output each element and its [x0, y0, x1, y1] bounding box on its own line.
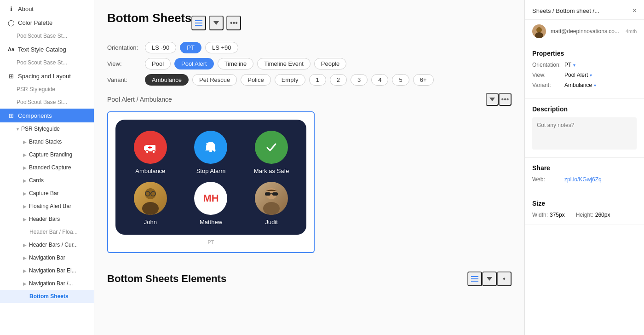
sidebar-label-components: Components — [18, 112, 52, 119]
frame-more-button[interactable]: ••• — [499, 93, 512, 106]
orientation-prop-row: Orientation: PT ▾ — [532, 62, 637, 68]
sidebar-item-bottom-sheets[interactable]: Bottom Sheets — [0, 290, 94, 303]
judit-label: Judit — [265, 219, 277, 225]
sidebar-item-branded-capture[interactable]: ▶ Branded Capture — [0, 161, 94, 174]
svg-rect-1 — [195, 23, 202, 23]
sidebar-label-poolscout: PoolScout Base St... — [17, 99, 67, 105]
chip-4[interactable]: 4 — [371, 74, 388, 86]
sidebar-item-about[interactable]: ℹ About — [0, 2, 94, 16]
sidebar-item-color-palette-child[interactable]: PoolScout Base St... — [0, 29, 94, 42]
chip-timeline-event[interactable]: Timeline Event — [257, 58, 310, 69]
share-section: Share Web: zpl.io/KGwj6Zq — [525, 158, 644, 193]
svg-rect-2 — [195, 25, 202, 26]
components-icon: ⊞ — [7, 112, 15, 119]
chip-pool-alert[interactable]: Pool Alert — [174, 58, 214, 69]
sidebar-item-text-style[interactable]: Aa Text Style Catalog — [0, 42, 94, 56]
svg-rect-22 — [471, 278, 478, 279]
height-item: Height: 260px — [576, 212, 610, 218]
description-textarea[interactable] — [532, 117, 637, 150]
sidebar-item-nav-bar-el[interactable]: ▶ Navigation Bar El... — [0, 264, 94, 277]
chip-2[interactable]: 2 — [330, 74, 347, 86]
section2-list-button[interactable] — [467, 271, 482, 286]
ambulance-circle[interactable] — [134, 131, 167, 164]
arrow-right-icon8: ▶ — [23, 243, 27, 248]
svg-rect-9 — [209, 150, 212, 152]
view-row: View: Pool Pool Alert Timeline Timeline … — [107, 58, 512, 69]
chip-3[interactable]: 3 — [351, 74, 368, 86]
sidebar-item-psr-style[interactable]: PSR Styleguide — [0, 83, 94, 96]
frame-header: Pool Alert / Ambulance ••• — [107, 93, 512, 106]
chip-police[interactable]: Police — [241, 74, 270, 86]
chip-ambulance[interactable]: Ambulance — [145, 74, 189, 86]
sidebar-item-spacing[interactable]: ⊞ Spacing and Layout — [0, 69, 94, 83]
variant-prop-value[interactable]: Ambulance ▾ — [564, 82, 596, 88]
sidebar-item-components[interactable]: ⊞ Components — [0, 109, 94, 122]
more-options-button[interactable]: ••• — [226, 16, 241, 30]
sidebar-item-color-palette[interactable]: ◯ Color Palette — [0, 16, 94, 29]
view-value-text: Pool Alert — [564, 72, 588, 78]
chip-pool[interactable]: Pool — [145, 58, 171, 69]
description-section: Description — [525, 99, 644, 158]
sidebar-item-cards[interactable]: ▶ Cards — [0, 174, 94, 187]
chip-5[interactable]: 5 — [392, 74, 409, 86]
chip-people[interactable]: People — [314, 58, 346, 69]
chip-ls-plus90[interactable]: LS +90 — [205, 42, 238, 53]
john-avatar — [134, 182, 167, 215]
frame-label: PT — [115, 239, 306, 245]
judit-avatar — [255, 182, 288, 215]
sidebar-item-capture-branding[interactable]: ▶ Capture Branding — [0, 148, 94, 161]
stop-alarm-circle[interactable] — [194, 131, 227, 164]
stop-alarm-label: Stop Alarm — [196, 168, 226, 174]
chip-pet-rescue[interactable]: Pet Rescue — [192, 74, 237, 86]
svg-rect-18 — [265, 192, 270, 196]
sidebar-item-capture-bar[interactable]: ▶ Capture Bar — [0, 187, 94, 200]
view-prop-value[interactable]: Pool Alert ▾ — [564, 72, 592, 78]
list-view-button[interactable] — [191, 16, 206, 30]
svg-rect-21 — [471, 276, 478, 277]
chip-empty[interactable]: Empty — [275, 74, 305, 86]
chip-pt[interactable]: PT — [180, 42, 201, 53]
section2-more-button[interactable]: • — [497, 271, 512, 286]
dropdown-button[interactable] — [209, 16, 224, 30]
action-ambulance: Ambulance — [125, 131, 176, 174]
arrow-right-icon3: ▶ — [23, 165, 27, 170]
web-link[interactable]: zpl.io/KGwj6Zq — [564, 176, 602, 183]
sidebar-label-bottom-sheets: Bottom Sheets — [29, 293, 69, 300]
matthew-avatar: MH — [194, 182, 227, 215]
action-grid: Ambulance Stop Alarm — [125, 131, 297, 174]
arrow-right-icon2: ▶ — [23, 152, 27, 157]
frame-title: Pool Alert / Ambulance — [107, 96, 486, 103]
section2-dropdown-button[interactable] — [482, 271, 497, 286]
sidebar-label-header-bars: Header Bars — [29, 216, 60, 222]
user-name: matt@deepinnovations.co... — [551, 28, 619, 35]
svg-rect-4 — [144, 146, 147, 150]
panel-close-button[interactable]: × — [632, 6, 637, 15]
mark-safe-circle[interactable] — [255, 131, 288, 164]
chip-1[interactable]: 1 — [309, 74, 326, 86]
sidebar-item-psr-styleguide-exp[interactable]: ▾ PSR Styleguide — [0, 122, 94, 135]
height-label: Height: — [576, 212, 593, 218]
frame-dropdown-button[interactable] — [486, 93, 499, 106]
chip-6plus[interactable]: 6+ — [413, 74, 434, 86]
width-item: Width: 375px — [532, 212, 565, 218]
properties-section: Properties Orientation: PT ▾ View: Pool … — [525, 43, 644, 99]
orientation-prop-value[interactable]: PT ▾ — [564, 62, 575, 68]
svg-rect-19 — [272, 192, 278, 196]
sidebar-item-brand-stacks[interactable]: ▶ Brand Stacks — [0, 135, 94, 148]
phone-frame: Ambulance Stop Alarm — [115, 120, 306, 235]
sidebar-item-floating-alert[interactable]: ▶ Floating Alert Bar — [0, 200, 94, 213]
sidebar-item-nav-bar[interactable]: ▶ Navigation Bar — [0, 251, 94, 264]
sidebar-item-text-child[interactable]: PoolScout Base St... — [0, 56, 94, 69]
sidebar-label-header-bars-cur: Header Bars / Cur... — [29, 242, 78, 248]
sidebar-item-poolscout-base[interactable]: PoolScout Base St... — [0, 96, 94, 109]
svg-point-25 — [535, 32, 543, 38]
sidebar-item-nav-bar-slash[interactable]: ▶ Navigation Bar /... — [0, 277, 94, 290]
sidebar-item-header-bar-floa[interactable]: Header Bar / Floa... — [0, 225, 94, 238]
chip-ls-minus90[interactable]: LS -90 — [145, 42, 176, 53]
section2-title: Bottom Sheets Elements — [107, 273, 467, 285]
matthew-label: Matthew — [200, 219, 222, 225]
orientation-chevron: ▾ — [573, 63, 575, 68]
chip-timeline[interactable]: Timeline — [218, 58, 254, 69]
sidebar-item-header-bars-cur[interactable]: ▶ Header Bars / Cur... — [0, 238, 94, 251]
sidebar-item-header-bars[interactable]: ▶ Header Bars — [0, 213, 94, 225]
